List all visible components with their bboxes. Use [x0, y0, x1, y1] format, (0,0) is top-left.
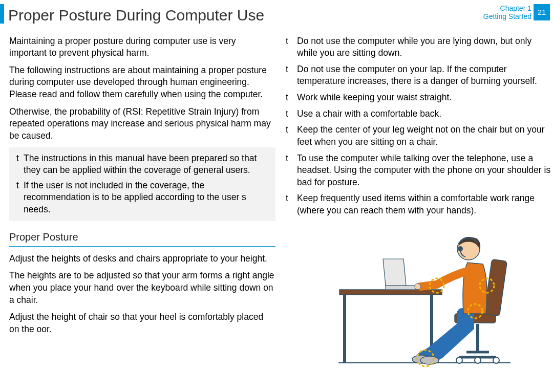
posture-para-2: The heights are to be adjusted so that y…: [9, 270, 275, 306]
posture-para-3: Adjust the height of chair so that your …: [9, 311, 275, 335]
bullet-text: Work while keeping your waist straight.: [297, 92, 552, 104]
posture-illustration: [334, 224, 544, 373]
note-text: If the user is not included in the cover…: [24, 180, 268, 216]
intro-para-1: Maintaining a proper posture during comp…: [9, 35, 275, 59]
svg-rect-0: [339, 290, 442, 295]
svg-point-16: [415, 284, 421, 290]
note-item: t If the user is not included in the cov…: [16, 180, 268, 216]
right-column: t Do not use the computer while you are …: [285, 35, 552, 373]
svg-point-11: [475, 357, 481, 363]
intro-para-2: The following instructions are about mai…: [9, 64, 275, 101]
bullet-item: t Keep frequently used items within a co…: [286, 192, 552, 216]
chapter-line-2: Getting Started: [483, 12, 531, 20]
title-accent-bar: [0, 4, 4, 24]
svg-point-10: [493, 357, 499, 363]
bullet-mark: t: [286, 124, 297, 148]
bullet-item: t To use the computer while talking over…: [286, 153, 552, 189]
note-box: t The instructions in this manual have b…: [9, 147, 275, 221]
section-heading: Proper Posture: [9, 230, 275, 247]
left-column: Maintaining a proper posture during comp…: [9, 35, 285, 373]
svg-point-9: [456, 357, 462, 363]
intro-para-3: Otherwise, the probability of (RSI: Repe…: [9, 106, 275, 142]
bullet-mark: t: [16, 153, 24, 177]
content-columns: Maintaining a proper posture during comp…: [0, 35, 553, 373]
page-header: Proper Posture During Computer Use Chapt…: [0, 0, 553, 35]
svg-point-18: [458, 246, 463, 251]
bullet-item: t Work while keeping your waist straight…: [286, 92, 552, 104]
bullet-text: Keep the center of your leg weight not o…: [297, 124, 552, 148]
bullet-mark: t: [286, 92, 297, 104]
bullet-text: Use a chair with a comfortable back.: [297, 108, 552, 120]
svg-marker-5: [383, 259, 406, 286]
chapter-line-1: Chapter 1: [483, 4, 531, 12]
chapter-label: Chapter 1 Getting Started: [483, 4, 531, 20]
bullet-item: t Use a chair with a comfortable back.: [286, 108, 552, 120]
page-number-badge: 21: [534, 4, 550, 20]
bullet-text: Do not use the computer on your lap. If …: [297, 63, 552, 88]
bullet-item: t Keep the center of your leg weight not…: [286, 124, 552, 148]
bullet-mark: t: [286, 63, 297, 88]
bullet-mark: t: [286, 35, 297, 59]
page-title: Proper Posture During Computer Use: [8, 4, 483, 26]
posture-para-1: Adjust the heights of desks and chairs a…: [9, 253, 275, 265]
bullet-mark: t: [286, 153, 297, 189]
note-item: t The instructions in this manual have b…: [16, 153, 268, 177]
svg-point-15: [420, 356, 439, 364]
note-text: The instructions in this manual have bee…: [24, 153, 268, 177]
bullet-mark: t: [286, 192, 297, 216]
bullet-item: t Do not use the computer while you are …: [286, 35, 552, 59]
bullet-mark: t: [286, 108, 297, 120]
svg-rect-13: [484, 259, 507, 316]
bullet-text: Do not use the computer while you are ly…: [297, 35, 552, 59]
bullet-item: t Do not use the computer on your lap. I…: [286, 63, 552, 88]
bullet-mark: t: [16, 180, 24, 216]
bullet-text: Keep frequently used items within a comf…: [297, 192, 552, 216]
bullet-text: To use the computer while talking over t…: [297, 153, 552, 189]
chapter-block: Chapter 1 Getting Started 21: [483, 4, 553, 20]
